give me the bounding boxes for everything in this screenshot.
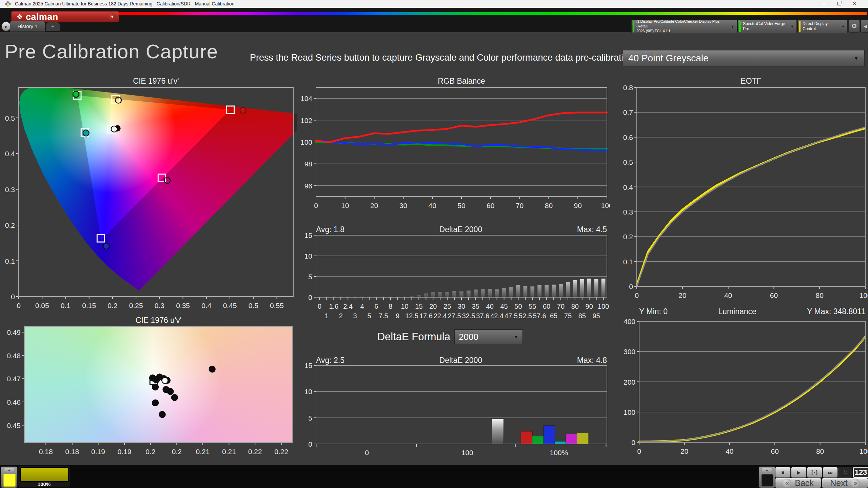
- continuous-read-button[interactable]: ∞: [823, 467, 838, 478]
- collapse-panel-button[interactable]: ◀: [861, 20, 868, 33]
- read-series-button[interactable]: [·]: [807, 467, 822, 478]
- svg-text:102: 102: [300, 117, 312, 124]
- svg-text:0.35: 0.35: [176, 302, 190, 309]
- numeric-display[interactable]: 123: [853, 467, 868, 478]
- svg-text:100: 100: [598, 303, 609, 310]
- rainbow-gradient-strip: [119, 12, 867, 15]
- svg-text:40: 40: [486, 303, 494, 310]
- pattern-window-screen-icon: [761, 474, 773, 487]
- svg-text:0.15: 0.15: [82, 302, 96, 309]
- window-title: Calman 2025 Calman Ultimate for Business…: [15, 1, 234, 6]
- svg-text:2.4: 2.4: [343, 303, 353, 310]
- restore-icon[interactable]: [832, 0, 847, 8]
- svg-text:0.49: 0.49: [7, 328, 21, 336]
- deltae-color-chart: 0510150100100%: [298, 363, 610, 458]
- svg-text:400: 400: [624, 319, 635, 325]
- minimize-icon[interactable]: —: [816, 0, 832, 8]
- svg-text:100: 100: [461, 449, 473, 456]
- svg-text:0.2: 0.2: [145, 448, 155, 455]
- eotf-chart: 00.10.20.30.40.50.60.70.8020406080100: [621, 85, 868, 301]
- tab-history-1[interactable]: History 1: [10, 21, 45, 32]
- cie-1976-zoom-chart: 0.450.460.470.480.490.180.180.190.190.20…: [7, 324, 293, 456]
- svg-text:60: 60: [487, 202, 494, 209]
- pattern-window-up-button[interactable]: ▲: [762, 468, 772, 472]
- svg-text:100: 100: [624, 408, 635, 416]
- svg-text:30: 30: [458, 303, 465, 310]
- svg-text:0.55: 0.55: [270, 302, 284, 309]
- calman-wordmark: calman: [26, 12, 58, 22]
- svg-text:60: 60: [543, 303, 550, 310]
- svg-text:100%: 100%: [550, 449, 568, 456]
- svg-text:5: 5: [308, 414, 312, 422]
- stop-button[interactable]: ■: [775, 467, 791, 478]
- svg-text:0.48: 0.48: [7, 352, 21, 360]
- logo-menu-button[interactable]: ▼: [108, 13, 116, 21]
- workflow-play-button[interactable]: ▶: [1, 22, 11, 31]
- refresh-button[interactable]: ↻: [838, 467, 852, 478]
- svg-text:1: 1: [325, 312, 329, 320]
- add-tab-button[interactable]: +: [46, 22, 60, 31]
- luminance-ymax-label: Y Max: 348.8011: [807, 307, 865, 316]
- play-icon: ▶: [5, 25, 7, 28]
- pattern-window-widget[interactable]: ▲: [758, 466, 775, 488]
- svg-text:27.5: 27.5: [448, 312, 461, 320]
- svg-text:95: 95: [592, 312, 600, 320]
- svg-text:0.05: 0.05: [35, 302, 49, 309]
- svg-text:0.4: 0.4: [623, 183, 633, 191]
- bottom-bar: [0, 465, 868, 488]
- back-button[interactable]: « Back: [775, 478, 821, 488]
- svg-text:0.1: 0.1: [5, 257, 15, 265]
- source-status-bar: [739, 21, 741, 32]
- svg-text:50: 50: [514, 303, 522, 310]
- svg-text:20: 20: [370, 202, 378, 209]
- svg-text:0.25: 0.25: [129, 302, 143, 309]
- svg-text:25: 25: [443, 303, 451, 310]
- deltae-formula-dropdown[interactable]: 2000 ▼: [454, 329, 523, 344]
- svg-text:55: 55: [529, 303, 536, 310]
- svg-text:5: 5: [308, 273, 312, 281]
- svg-text:42.4: 42.4: [490, 312, 504, 320]
- deltae-grayscale-title: DeltaE 2000: [344, 225, 577, 234]
- svg-text:0.7: 0.7: [623, 108, 633, 116]
- eotf-title: EOTF: [637, 77, 865, 86]
- svg-text:0: 0: [318, 303, 321, 310]
- next-button[interactable]: Next »: [822, 478, 868, 488]
- pattern-color-widget[interactable]: ▲: [1, 466, 18, 488]
- svg-text:0: 0: [17, 302, 21, 309]
- svg-text:0: 0: [637, 447, 641, 455]
- pattern-up-button[interactable]: ▲: [4, 468, 14, 472]
- svg-text:0: 0: [314, 202, 318, 209]
- svg-text:0: 0: [11, 293, 15, 301]
- svg-text:12.5: 12.5: [405, 312, 418, 320]
- svg-text:20: 20: [680, 447, 688, 455]
- svg-text:60: 60: [771, 447, 779, 455]
- chevron-left-icon: ◀: [864, 24, 867, 29]
- pattern-color-swatch[interactable]: [3, 474, 16, 487]
- svg-text:0.2: 0.2: [107, 302, 117, 309]
- svg-text:0.2: 0.2: [172, 448, 182, 455]
- luminance-title: Luminance: [668, 307, 807, 316]
- svg-text:37.6: 37.6: [476, 312, 489, 320]
- stop-icon: ■: [782, 470, 784, 475]
- meter-dropdown[interactable]: i1 Display Pro/Calibrite ColorChecker Di…: [631, 20, 737, 33]
- svg-text:35: 35: [472, 303, 479, 310]
- svg-text:0.5: 0.5: [5, 114, 15, 122]
- svg-text:0.22: 0.22: [274, 448, 288, 455]
- calman-window: Calman 2025 Calman Ultimate for Business…: [0, 0, 868, 488]
- source-dropdown[interactable]: SpectraCal VideoForge Pro ▼: [738, 20, 797, 33]
- display-control-dropdown[interactable]: Direct Display Control ▼: [797, 20, 848, 33]
- pattern-preview[interactable]: 100%: [18, 466, 70, 487]
- svg-text:0: 0: [635, 291, 639, 299]
- close-icon[interactable]: ×: [847, 0, 862, 8]
- svg-text:17.6: 17.6: [419, 312, 433, 320]
- svg-text:0.19: 0.19: [91, 448, 105, 455]
- play-measure-button[interactable]: ▶: [791, 467, 807, 478]
- settings-button[interactable]: ⚙: [848, 20, 860, 33]
- cie-1976-chart: 00.10.20.30.40.500.050.10.150.20.250.30.…: [2, 85, 297, 312]
- deltae-avg-label: Avg: 1.8: [316, 225, 344, 234]
- svg-text:0: 0: [631, 439, 635, 446]
- svg-text:3: 3: [353, 312, 357, 320]
- layout-dropdown[interactable]: 40 Point Greyscale ▼: [623, 50, 865, 66]
- refresh-icon: ↻: [843, 469, 848, 476]
- layout-dropdown-value: 40 Point Greyscale: [628, 53, 853, 64]
